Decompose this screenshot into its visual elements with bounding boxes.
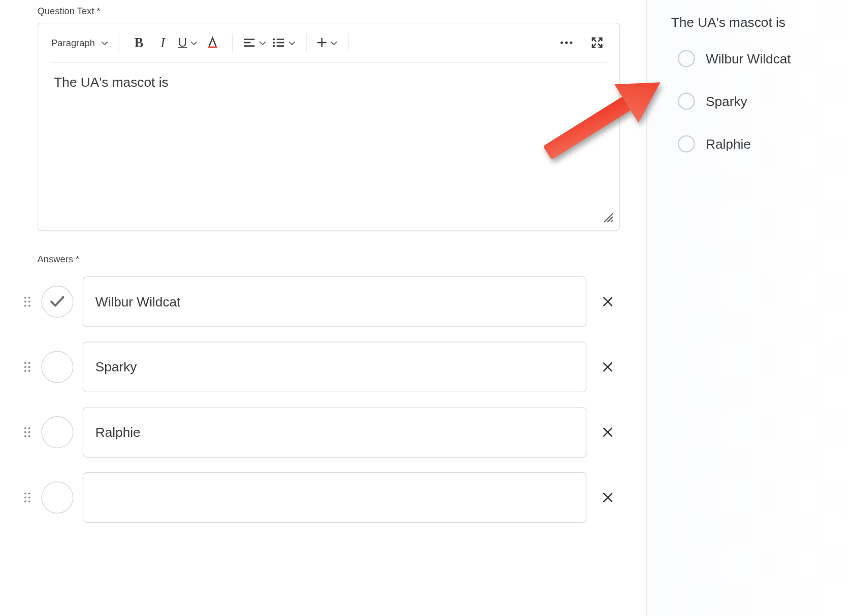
chevron-down-icon	[289, 39, 296, 47]
correct-answer-toggle[interactable]	[41, 286, 73, 318]
svg-point-33	[24, 427, 26, 429]
svg-point-45	[24, 500, 26, 502]
radio-icon	[678, 92, 695, 110]
chevron-down-icon	[102, 39, 108, 47]
toolbar-separator	[119, 33, 119, 52]
delete-answer-button[interactable]	[596, 355, 619, 379]
delete-answer-button[interactable]	[596, 420, 619, 444]
svg-point-22	[28, 304, 30, 306]
correct-answer-toggle[interactable]	[41, 416, 73, 448]
fullscreen-button[interactable]	[587, 32, 607, 52]
delete-answer-button[interactable]	[596, 290, 619, 314]
underline-button[interactable]: U	[177, 32, 199, 52]
preview-option[interactable]: Sparky	[671, 92, 846, 110]
answer-row	[38, 472, 620, 523]
preview-option[interactable]: Ralphie	[671, 135, 846, 152]
preview-options-list: Wilbur WildcatSparkyRalphie	[671, 50, 846, 152]
answer-text-input[interactable]	[83, 472, 586, 523]
list-button[interactable]	[272, 32, 297, 52]
svg-point-34	[28, 427, 30, 429]
preview-option[interactable]: Wilbur Wildcat	[671, 50, 846, 67]
answers-list	[38, 277, 620, 523]
svg-point-26	[28, 362, 30, 364]
svg-point-5	[273, 45, 275, 47]
resize-handle-icon[interactable]	[602, 211, 614, 226]
answer-text-input[interactable]	[83, 407, 586, 458]
align-button[interactable]	[242, 32, 268, 52]
drag-handle-icon[interactable]	[23, 492, 32, 503]
svg-point-11	[561, 41, 563, 44]
svg-point-46	[28, 500, 30, 502]
svg-point-18	[28, 297, 30, 299]
svg-line-16	[611, 220, 613, 222]
insert-button[interactable]	[316, 32, 339, 52]
paragraph-style-dropdown[interactable]: Paragraph	[50, 32, 109, 52]
svg-point-44	[28, 496, 30, 498]
question-text-content: The UA's mascot is	[54, 75, 168, 89]
preview-question-text: The UA's mascot is	[671, 15, 846, 30]
svg-point-12	[565, 41, 568, 44]
drag-handle-icon[interactable]	[23, 427, 32, 437]
answer-text-input[interactable]	[83, 341, 586, 392]
svg-point-27	[24, 366, 26, 368]
svg-point-19	[24, 301, 26, 303]
svg-point-36	[28, 431, 30, 433]
toolbar-separator	[232, 33, 233, 52]
chevron-down-icon	[331, 39, 338, 47]
svg-point-13	[570, 41, 572, 44]
drag-handle-icon[interactable]	[23, 296, 32, 307]
svg-point-17	[24, 297, 26, 299]
correct-answer-toggle[interactable]	[41, 351, 73, 383]
toolbar-separator	[348, 33, 349, 52]
answer-row	[38, 277, 620, 327]
answer-row	[38, 341, 620, 392]
svg-point-25	[24, 362, 26, 364]
svg-point-42	[28, 493, 30, 495]
answer-text-input[interactable]	[83, 277, 586, 327]
text-color-button[interactable]	[203, 32, 223, 52]
preview-pane: The UA's mascot is Wilbur WildcatSparkyR…	[646, 0, 853, 616]
svg-point-41	[24, 493, 26, 495]
italic-button[interactable]: I	[153, 32, 173, 52]
svg-point-35	[24, 431, 26, 433]
preview-option-label: Wilbur Wildcat	[706, 51, 791, 66]
preview-option-label: Ralphie	[706, 136, 751, 151]
answers-label: Answers *	[38, 254, 620, 264]
bold-button[interactable]: B	[129, 32, 149, 52]
radio-icon	[678, 135, 695, 152]
svg-point-43	[24, 496, 26, 498]
svg-point-37	[24, 435, 26, 437]
svg-point-29	[24, 370, 26, 372]
svg-point-3	[273, 38, 275, 40]
svg-point-21	[24, 304, 26, 306]
more-options-button[interactable]	[556, 32, 576, 52]
preview-option-label: Sparky	[706, 93, 747, 109]
correct-answer-toggle[interactable]	[41, 482, 73, 514]
question-text-input[interactable]: The UA's mascot is	[38, 62, 619, 230]
question-text-label: Question Text *	[38, 6, 620, 16]
paragraph-style-label: Paragraph	[51, 38, 97, 48]
delete-answer-button[interactable]	[596, 486, 619, 509]
svg-point-20	[28, 301, 30, 303]
rich-text-editor: Paragraph B I U	[38, 23, 620, 231]
answer-row	[38, 407, 620, 458]
svg-point-38	[28, 435, 30, 437]
svg-point-28	[28, 366, 30, 368]
radio-icon	[678, 50, 695, 67]
chevron-down-icon	[191, 39, 198, 47]
rte-toolbar: Paragraph B I U	[38, 23, 619, 62]
drag-handle-icon[interactable]	[23, 362, 32, 372]
svg-point-30	[28, 370, 30, 372]
chevron-down-icon	[259, 39, 266, 47]
toolbar-separator	[306, 33, 307, 52]
svg-point-4	[273, 42, 275, 44]
editor-pane: Question Text * Paragraph B I U	[0, 0, 646, 616]
